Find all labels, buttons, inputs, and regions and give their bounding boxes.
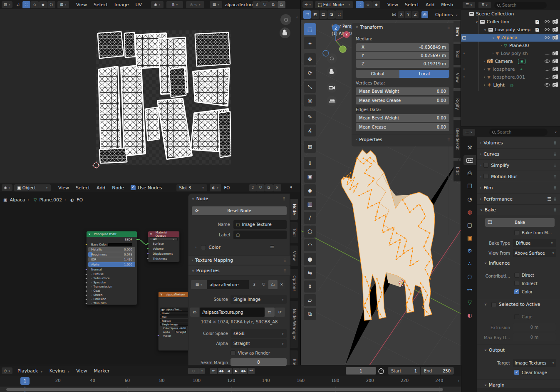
hide-viewport-toggle[interactable] (545, 52, 550, 55)
contrib-color-checkbox[interactable] (514, 289, 519, 294)
bsdf-metallic-slider[interactable]: Metallic0.000 (88, 247, 135, 252)
tab-node[interactable]: Node (290, 199, 298, 220)
hide-viewport-toggle[interactable] (545, 83, 550, 87)
uv-select-island-button[interactable]: ⬡ (47, 1, 55, 8)
disable-render-toggle[interactable] (553, 20, 558, 24)
uv-menu-view[interactable]: View (73, 2, 90, 7)
viewport-ortho-toggle-button[interactable] (327, 96, 337, 106)
properties-search-input[interactable]: Search (489, 129, 548, 136)
tab-tool[interactable]: Tool (290, 222, 298, 243)
uv-proportional-edit-dropdown[interactable]: ◎ ∿∨ (186, 1, 204, 8)
source-dropdown[interactable]: Single Image∨ (230, 295, 287, 304)
tool-measure[interactable]: ∡ (304, 124, 316, 136)
node-material-output[interactable]: ∨Material Output All∨ SurfaceVolumeDispl… (148, 231, 180, 262)
mean-crease-field[interactable]: Mean Crease0.00 (356, 123, 449, 131)
viewport-editor-type-icon[interactable]: ✛∨ (302, 1, 313, 8)
options-dropdown[interactable]: Options ∨ (432, 12, 461, 17)
select-new-icon[interactable]: ⬚ (303, 10, 311, 19)
outliner-row-plane-00[interactable]: ›▽Plane.00 (461, 42, 560, 50)
tool-knife[interactable]: ∕ (304, 212, 316, 224)
image-reload-icon[interactable]: ⟳ (275, 308, 285, 317)
keying-menu[interactable]: Keying ∨ (46, 368, 73, 374)
tex-field-linear[interactable]: Linear (160, 311, 190, 315)
panel-checkbox[interactable] (483, 163, 488, 168)
outliner-editor-type-icon[interactable]: ☰∨ (463, 2, 475, 8)
end-frame-field[interactable]: End250 (421, 367, 454, 375)
tab-view[interactable]: View (290, 246, 298, 266)
playback-menu[interactable]: Playback ∨ (14, 368, 46, 374)
properties-options-chevron[interactable]: ∨ (555, 131, 557, 134)
tool-shrink-fatten[interactable]: ⇕ (304, 280, 316, 293)
properties-tab-constraints[interactable]: ⊶ (463, 284, 476, 294)
contrib-indirect-checkbox[interactable] (514, 281, 519, 286)
outliner-row-scene-collection[interactable]: Scene Collection (461, 10, 560, 18)
uv-image-name-field[interactable]: alpacaTexture (223, 1, 253, 8)
panel-checkbox[interactable] (483, 174, 488, 179)
panel-simplify[interactable]: ›Simplify⣿ (477, 160, 560, 171)
uv-canvas[interactable]: ‹ (0, 9, 301, 183)
bsdf-section-diffuse[interactable]: ›Diffuse (88, 272, 135, 276)
timeline-view-menu[interactable]: View (73, 368, 90, 374)
prev-keyframe-button[interactable]: ◀◆ (218, 368, 225, 374)
bsdf-section-thin-film[interactable]: ›Thin Film (88, 301, 135, 305)
target-dropdown[interactable]: Image Textures∨ (513, 359, 556, 367)
mean-vertex-crease-field[interactable]: Mean Vertex Crease0.00 (356, 97, 449, 104)
properties-tab-data[interactable]: ▽ (463, 297, 476, 307)
base-color-swatch[interactable] (108, 243, 132, 246)
tool-extrude-region[interactable]: ⇧ (304, 157, 316, 169)
tool-cursor[interactable]: ＋ (304, 37, 316, 49)
timeline-editor-type-icon[interactable]: ◷∨ (2, 367, 12, 374)
median-z-field[interactable]: Z0.19719 m (356, 60, 449, 68)
start-frame-field[interactable]: Start1 (388, 367, 420, 375)
properties-tab-material[interactable]: ◐ (463, 310, 476, 320)
view-from-dropdown[interactable]: Above Surface∨ (513, 249, 556, 257)
timeline-scrollbar[interactable] (6, 388, 443, 391)
properties-tab-tool[interactable]: ⚒ (463, 142, 476, 152)
hide-viewport-toggle[interactable] (545, 28, 550, 31)
bake-button[interactable]: 🗔Bake (485, 218, 555, 227)
output-input-surface[interactable]: Surface (150, 241, 178, 246)
mirror-z-button[interactable]: Z (412, 11, 419, 18)
image-filepath-field[interactable]: //alpacaTexture.png (200, 308, 265, 317)
influence-subpanel[interactable]: Influence (489, 261, 510, 266)
transform-panel-title[interactable]: Transform (360, 25, 383, 30)
output-target-dropdown[interactable]: All∨ (150, 237, 178, 241)
properties-tab-modifiers[interactable]: ⚙ (463, 246, 476, 256)
bsdf-section-emission[interactable]: ›Emission (88, 297, 135, 301)
view-menu[interactable]: View (384, 2, 401, 7)
timeline-track-area[interactable] (0, 387, 461, 392)
tab-options[interactable]: Options (290, 269, 298, 298)
current-frame-indicator[interactable]: 1 (20, 377, 30, 385)
output-subpanel[interactable]: Output (489, 347, 505, 353)
jump-to-end-button[interactable]: ⏮︎ (248, 368, 255, 374)
uv-new-image-icon[interactable]: ⧉ (269, 1, 277, 8)
uv-select-edge-button[interactable]: ◇ (31, 1, 39, 8)
viewport-camera-view-button[interactable] (327, 82, 337, 93)
stopwatch-icon[interactable] (378, 367, 385, 375)
tex-field-repeat[interactable]: Repeat (160, 319, 190, 322)
outliner-row-light[interactable]: ›✳Light◎ (461, 81, 560, 89)
image-editor-type-icon[interactable]: ▨∨ (2, 1, 12, 8)
image-unlink-icon[interactable]: ✕ (278, 280, 285, 289)
tab-rigify[interactable]: Rigify (453, 91, 461, 117)
bake-from-multires-checkbox[interactable] (514, 230, 519, 235)
properties-tab-scene[interactable]: ◔ (463, 194, 476, 204)
bake-panel-title[interactable]: Bake (485, 207, 496, 213)
outliner-row-icosphere-001[interactable]: •›▼Icosphere.001 (461, 73, 560, 81)
outliner-row-camera[interactable]: ›Camera▣ (461, 57, 560, 65)
disable-render-toggle[interactable] (553, 52, 558, 55)
extrusion-field[interactable]: 0 m (513, 323, 556, 331)
tool-select-box[interactable]: ⬚ (304, 23, 316, 35)
uv-menu-image[interactable]: Image (111, 2, 132, 7)
properties-tab-object[interactable]: ▣ (463, 233, 476, 243)
properties-tab-physics[interactable]: ◌ (463, 271, 476, 281)
tool-loop-cut[interactable]: ▥ (304, 198, 316, 210)
marker-menu[interactable]: Marker (90, 368, 113, 374)
panel-volumes[interactable]: ›Volumes⣿ (477, 137, 560, 148)
uv-select-face-button[interactable]: ◆ (39, 1, 47, 8)
cage-checkbox[interactable] (514, 314, 519, 319)
timeline-collapse-arrow[interactable]: ‹ (458, 379, 459, 383)
node-image-texture[interactable]: ∨alpacaTexture ▦∨ alpacaText... LinearFl… (158, 291, 192, 351)
tool-move[interactable]: ✥ (304, 53, 316, 65)
uv-snap-dropdown[interactable]: ⋒∨ (166, 1, 183, 8)
